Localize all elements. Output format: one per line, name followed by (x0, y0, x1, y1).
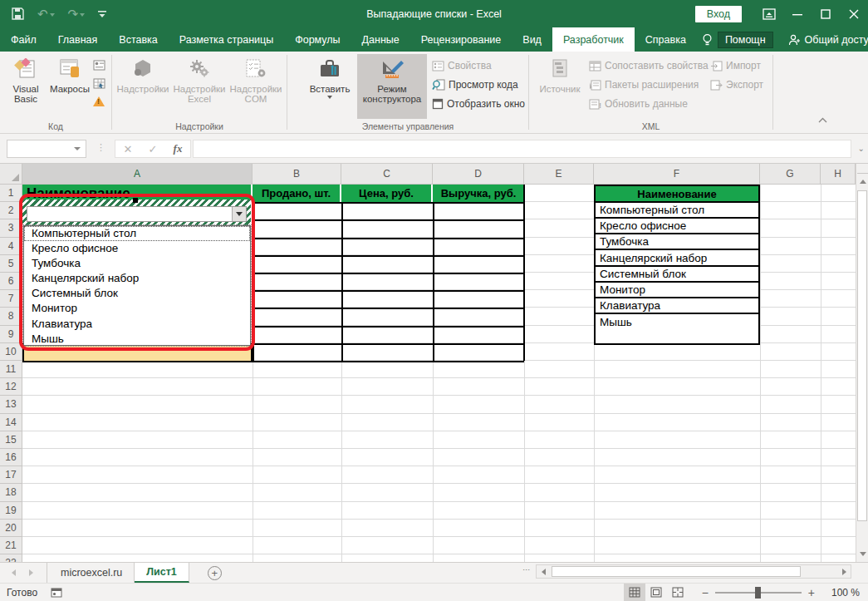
maximize-icon[interactable] (812, 0, 840, 27)
column-header-F[interactable]: F (594, 164, 760, 185)
combobox-dropdown-button[interactable] (232, 207, 246, 221)
column-header-G[interactable]: G (760, 164, 821, 185)
ribbon-tab-2[interactable]: Вставка (108, 27, 168, 52)
select-all-corner[interactable] (0, 164, 22, 185)
lookup-cell-F6[interactable]: Системный блок (596, 267, 758, 283)
row-header-2[interactable]: 2 (0, 202, 22, 219)
dropdown-item-2[interactable]: Кресло офисное (24, 241, 250, 256)
lookup-cell-F3[interactable]: Кресло офисное (596, 219, 758, 234)
ribbon-tab-1[interactable]: Главная (47, 27, 109, 52)
prev-sheet-icon[interactable] (12, 569, 16, 576)
header-cell-B1[interactable]: Продано, шт. (253, 185, 341, 202)
ribbon-tab-4[interactable]: Формулы (284, 27, 351, 52)
row-header-6[interactable]: 6 (0, 273, 22, 290)
ribbon-tab-0[interactable]: Файл (0, 27, 47, 52)
next-sheet-icon[interactable] (29, 569, 33, 576)
dropdown-item-7[interactable]: Клавиатура (24, 317, 250, 332)
dropdown-item-6[interactable]: Монитор (24, 301, 250, 316)
column-header-B[interactable]: B (253, 164, 341, 185)
ribbon-tab-6[interactable]: Рецензирование (410, 27, 512, 52)
dropdown-item-5[interactable]: Системный блок (24, 286, 250, 301)
scroll-left-button[interactable] (537, 565, 550, 578)
row-header-9[interactable]: 9 (0, 326, 22, 343)
tell-me-assistant[interactable]: Помощн (702, 27, 773, 52)
row-header-16[interactable]: 16 (0, 449, 22, 466)
ribbon-tab-5[interactable]: Данные (351, 27, 410, 52)
undo-icon[interactable]: ↶ (37, 7, 55, 22)
normal-view-button[interactable] (624, 584, 645, 601)
row-header-22[interactable]: 22 (0, 554, 22, 562)
map-properties-button[interactable]: Сопоставить свойства (589, 57, 709, 74)
cancel-button[interactable]: ✕ (115, 143, 140, 155)
row-header-11[interactable]: 11 (0, 361, 22, 378)
lookup-cell-F8[interactable]: Клавиатура (596, 298, 758, 314)
row-header-19[interactable]: 19 (0, 502, 22, 520)
save-icon[interactable] (12, 7, 24, 20)
sheet-tab-0[interactable]: microexcel.ru (49, 563, 135, 583)
column-header-C[interactable]: C (341, 164, 433, 185)
lookup-cell-F9[interactable]: Мышь (596, 314, 758, 330)
close-icon[interactable] (840, 0, 868, 27)
header-cell-C1[interactable]: Цена, руб. (341, 185, 433, 202)
dropdown-item-8[interactable]: Мышь (24, 332, 250, 347)
new-sheet-button[interactable]: + (208, 566, 222, 580)
zoom-out-button[interactable]: − (702, 586, 709, 599)
scroll-up-button[interactable] (857, 175, 868, 188)
assistant-label[interactable]: Помощн (718, 32, 773, 48)
enter-button[interactable]: ✓ (140, 143, 165, 155)
row-header-1[interactable]: 1 (0, 185, 22, 202)
insert-function-button[interactable]: fx (165, 142, 190, 155)
header-cell-D1[interactable]: Выручка, руб. (433, 185, 524, 202)
name-box[interactable] (7, 140, 86, 158)
display-window-button[interactable]: Отобразить окно (432, 96, 525, 112)
column-header-E[interactable]: E (524, 164, 594, 185)
excel-addins-button[interactable]: Надстройки Excel (172, 54, 227, 119)
share-button[interactable]: Общий доступ (788, 27, 868, 52)
addins-button[interactable]: Надстройки (115, 54, 170, 119)
row-header-10[interactable]: 10 (0, 343, 22, 361)
row-header-4[interactable]: 4 (0, 238, 22, 255)
macro-security-button[interactable] (93, 93, 105, 110)
vertical-scroll-thumb[interactable] (857, 190, 867, 521)
sheet-tab-1[interactable]: Лист1 (135, 563, 189, 583)
zoom-slider-thumb[interactable] (755, 587, 761, 599)
row-header-14[interactable]: 14 (0, 414, 22, 431)
vertical-scrollbar[interactable] (856, 164, 868, 562)
row-header-17[interactable]: 17 (0, 466, 22, 484)
insert-control-button[interactable]: Вставить (306, 54, 354, 119)
scroll-right-button[interactable] (837, 565, 851, 578)
lookup-cell-F2[interactable]: Компьютерный стол (596, 203, 758, 219)
formula-input[interactable] (193, 140, 851, 158)
lookup-cell-F5[interactable]: Канцелярский набор (596, 250, 758, 266)
ribbon-tab-8[interactable]: Разработчик (552, 27, 635, 52)
name-box-caret-icon[interactable] (74, 147, 81, 150)
refresh-data-button[interactable]: ! Обновить данные (589, 96, 688, 112)
row-header-7[interactable]: 7 (0, 290, 22, 308)
dropdown-item-3[interactable]: Тумбочка (24, 256, 250, 271)
expansion-packs-button[interactable]: Пакеты расширения (589, 76, 699, 93)
expand-formula-bar-icon[interactable]: ⌄ (858, 144, 865, 153)
row-header-15[interactable]: 15 (0, 431, 22, 449)
design-mode-button[interactable]: Режим конструктора (357, 54, 427, 119)
column-header-H[interactable]: H (821, 164, 856, 185)
row-header-5[interactable]: 5 (0, 255, 22, 273)
customize-qat-icon[interactable] (98, 10, 106, 18)
ribbon-tab-7[interactable]: Вид (512, 27, 552, 52)
page-break-view-button[interactable] (667, 584, 689, 601)
collapse-ribbon-icon[interactable] (818, 115, 827, 125)
combobox-dropdown-list[interactable]: Компьютерный столКресло офисноеТумбочкаК… (23, 225, 251, 346)
column-header-D[interactable]: D (433, 164, 524, 185)
combobox-input[interactable] (27, 206, 247, 222)
row-header-3[interactable]: 3 (0, 219, 22, 237)
dropdown-item-4[interactable]: Канцелярский набор (24, 271, 250, 286)
record-macro-status-icon[interactable] (51, 588, 62, 598)
view-code-button[interactable]: Просмотр кода (432, 76, 518, 93)
lookup-cell-F7[interactable]: Монитор (596, 283, 758, 298)
scroll-down-button[interactable] (857, 548, 868, 560)
tab-splitter-grip[interactable]: ⋮ (524, 566, 529, 574)
split-handle[interactable] (857, 165, 868, 174)
zoom-slider[interactable] (715, 592, 802, 594)
sign-in-button[interactable]: Вход (695, 6, 742, 22)
zoom-in-button[interactable]: + (808, 586, 815, 599)
relative-references-button[interactable] (93, 75, 105, 91)
